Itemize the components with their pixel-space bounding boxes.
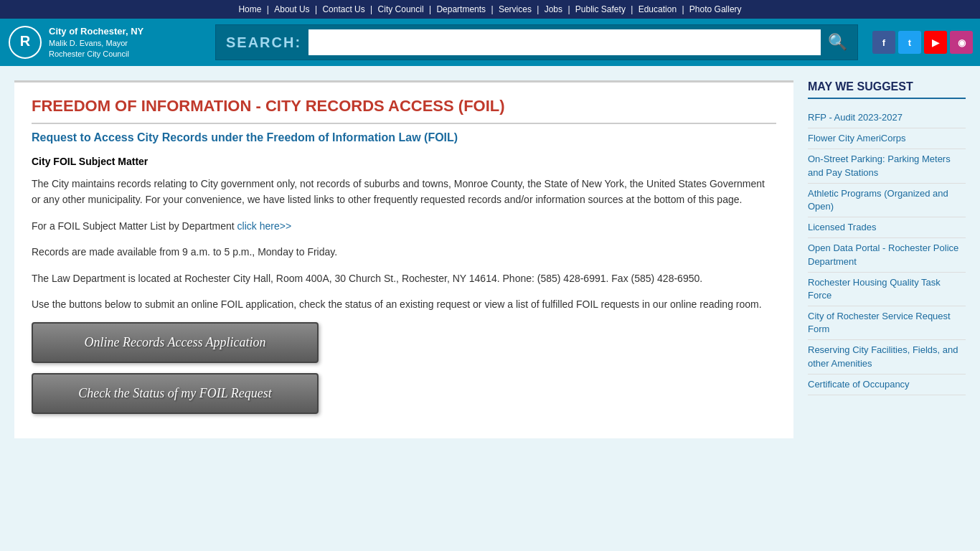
para2-prefix: For a FOIL Subject Matter List by Depart…	[32, 220, 237, 232]
top-navigation: Home | About Us | Contact Us | City Coun…	[0, 0, 980, 19]
main-content: FREEDOM OF INFORMATION - CITY RECORDS AC…	[14, 80, 793, 438]
social-icons: f t ▶ ◉	[872, 31, 973, 54]
mayor-name: Malik D. Evans, Mayor	[49, 38, 143, 49]
nav-services[interactable]: Services	[499, 4, 532, 14]
online-records-button[interactable]: Online Records Access Application	[32, 322, 319, 363]
nav-jobs[interactable]: Jobs	[545, 4, 562, 14]
sidebar-link-7[interactable]: City of Rochester Service Request Form	[808, 306, 966, 340]
main-layout: FREEDOM OF INFORMATION - CITY RECORDS AC…	[0, 66, 980, 453]
paragraph-5: Use the buttons below to submit an onlin…	[32, 296, 776, 312]
city-name: City of Rochester, NY	[49, 25, 143, 38]
sidebar-link-3[interactable]: Athletic Programs (Organized and Open)	[808, 184, 966, 217]
nav-education[interactable]: Education	[639, 4, 677, 14]
sidebar-link-9[interactable]: Certificate of Occupancy	[808, 375, 966, 395]
youtube-icon[interactable]: ▶	[924, 31, 947, 54]
instagram-icon[interactable]: ◉	[950, 31, 973, 54]
sidebar-link-1[interactable]: Flower City AmeriCorps	[808, 128, 966, 149]
paragraph-2: For a FOIL Subject Matter List by Depart…	[32, 218, 776, 234]
sidebar-link-4[interactable]: Licensed Trades	[808, 217, 966, 238]
facebook-icon[interactable]: f	[872, 31, 895, 54]
sidebar-link-2[interactable]: On-Street Parking: Parking Meters and Pa…	[808, 149, 966, 183]
search-label: SEARCH:	[226, 34, 301, 51]
sidebar-link-8[interactable]: Reserving City Facilities, Fields, and o…	[808, 340, 966, 374]
check-status-button[interactable]: Check the Status of my FOIL Request	[32, 373, 319, 414]
paragraph-1: The City maintains records relating to C…	[32, 176, 776, 208]
sidebar-link-0[interactable]: RFP - Audit 2023-2027	[808, 108, 966, 128]
search-input[interactable]	[308, 29, 821, 55]
paragraph-3: Records are made available from 9 a.m. t…	[32, 244, 776, 260]
paragraph-4: The Law Department is located at Rochest…	[32, 270, 776, 286]
click-here-link[interactable]: click here>>	[237, 220, 291, 232]
page-title: FREEDOM OF INFORMATION - CITY RECORDS AC…	[32, 97, 776, 124]
council-name: Rochester City Council	[49, 49, 143, 60]
site-header: R City of Rochester, NY Malik D. Evans, …	[0, 19, 980, 66]
nav-home[interactable]: Home	[238, 4, 261, 14]
sidebar-link-5[interactable]: Open Data Portal - Rochester Police Depa…	[808, 238, 966, 272]
search-button[interactable]: 🔍	[828, 33, 847, 52]
section-subtitle[interactable]: Request to Access City Records under the…	[32, 131, 776, 144]
sidebar-heading: MAY WE SUGGEST	[808, 80, 966, 99]
logo-area: R City of Rochester, NY Malik D. Evans, …	[7, 24, 208, 60]
nav-contact[interactable]: Contact Us	[322, 4, 364, 14]
search-area: SEARCH: 🔍	[215, 24, 858, 60]
nav-departments[interactable]: Departments	[436, 4, 486, 14]
logo-text: City of Rochester, NY Malik D. Evans, Ma…	[49, 25, 143, 60]
svg-text:R: R	[20, 33, 31, 49]
nav-about[interactable]: About Us	[274, 4, 309, 14]
city-logo-icon: R	[7, 24, 43, 60]
nav-city-council[interactable]: City Council	[378, 4, 424, 14]
subject-matter-heading: City FOIL Subject Matter	[32, 156, 776, 167]
sidebar-link-6[interactable]: Rochester Housing Quality Task Force	[808, 273, 966, 306]
nav-public-safety[interactable]: Public Safety	[575, 4, 626, 14]
sidebar: MAY WE SUGGEST RFP - Audit 2023-2027 Flo…	[808, 80, 966, 438]
nav-photo-gallery[interactable]: Photo Gallery	[689, 4, 742, 14]
twitter-icon[interactable]: t	[898, 31, 921, 54]
